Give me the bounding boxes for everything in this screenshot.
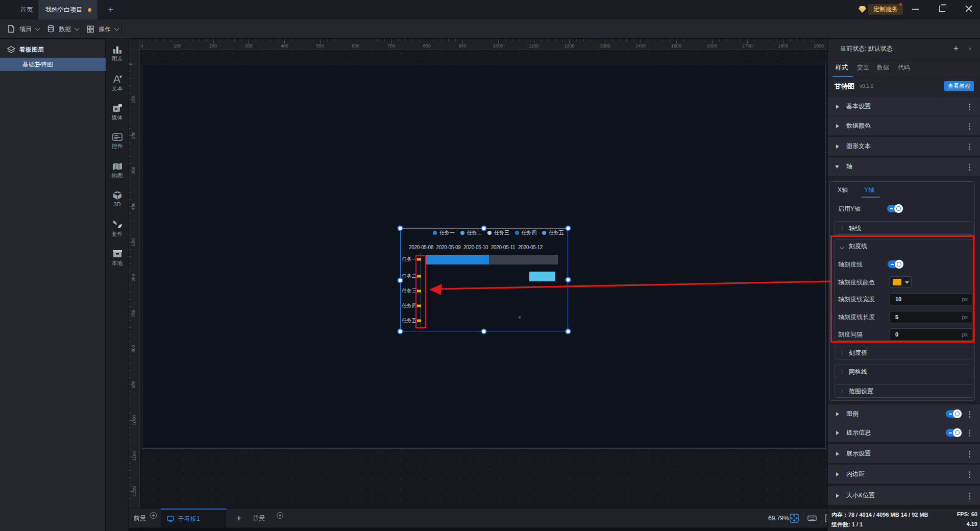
section-display-settings[interactable]: 展示设置 bbox=[828, 444, 980, 463]
fps-value: 60 bbox=[971, 511, 977, 517]
enable-y-axis-label: 启用Y轴 bbox=[838, 205, 861, 213]
toolbar-separator bbox=[121, 22, 121, 36]
fit-screen-icon[interactable] bbox=[790, 514, 799, 523]
chevron-down-icon bbox=[75, 26, 80, 31]
section-tooltip[interactable]: 提示信息 bbox=[828, 423, 980, 442]
foreground-label[interactable]: 前景 bbox=[134, 509, 146, 528]
rail-item-controls[interactable]: 控件 bbox=[106, 133, 129, 150]
component-version: v0.1.0 bbox=[860, 83, 873, 89]
layer-item-gantt[interactable]: 基础甘特图 bbox=[0, 58, 106, 71]
section-size-position[interactable]: 大小&位置 bbox=[828, 486, 980, 505]
tab-current-project[interactable]: 我的空白项目 bbox=[38, 0, 97, 19]
section-axis[interactable]: 轴 bbox=[828, 157, 980, 176]
tab-interaction[interactable]: 交互 bbox=[857, 58, 869, 77]
collapsed-arrow-icon bbox=[836, 124, 839, 128]
custom-service-badge[interactable]: 定制服务 bbox=[868, 4, 903, 15]
kebab-menu-icon[interactable] bbox=[969, 493, 970, 494]
axis-line-box[interactable]: 〉轴线 bbox=[835, 221, 973, 235]
kebab-menu-icon[interactable] bbox=[969, 430, 970, 431]
resize-handle-s[interactable] bbox=[481, 329, 487, 334]
window-maximize-button[interactable] bbox=[934, 0, 951, 17]
tab-style[interactable]: 样式 bbox=[836, 58, 848, 77]
h-ruler-number: 100 bbox=[174, 43, 181, 49]
add-board-button[interactable]: + bbox=[230, 509, 248, 528]
x-axis-tab[interactable]: X轴 bbox=[838, 186, 848, 195]
tab-home[interactable]: 首页 bbox=[11, 0, 42, 19]
sub-board-tab[interactable]: 子看板1 bbox=[161, 509, 226, 528]
rail-item-local[interactable]: 本地 bbox=[106, 249, 129, 267]
resize-handle-nw[interactable] bbox=[398, 226, 403, 231]
h-ruler-number: 1000 bbox=[493, 43, 503, 49]
gantt-bar[interactable] bbox=[426, 255, 489, 264]
section-data-colors[interactable]: 数据颜色 bbox=[828, 116, 980, 135]
section-legend[interactable]: 图例 bbox=[828, 404, 980, 423]
range-settings-box[interactable]: 〉范围设置 bbox=[835, 384, 973, 398]
kebab-menu-icon[interactable] bbox=[969, 123, 970, 125]
gantt-date-label: 2020-05-08 bbox=[409, 245, 433, 250]
grid-line-label: 网格线 bbox=[849, 368, 867, 375]
tick-value-box[interactable]: 〉刻度值 bbox=[835, 346, 973, 359]
menu-project[interactable]: 项目 bbox=[8, 19, 38, 39]
add-background-icon[interactable]: + bbox=[277, 512, 283, 519]
editor-canvas[interactable]: 0100200300400500600700800900100011001200… bbox=[129, 39, 827, 531]
rail-item-media[interactable]: 媒体 bbox=[106, 104, 129, 122]
state-expand-icon[interactable]: › bbox=[969, 39, 971, 58]
section-label: 数据颜色 bbox=[846, 122, 871, 129]
annotation-rect-panel-ticks bbox=[830, 235, 974, 343]
kebab-menu-icon[interactable] bbox=[969, 164, 970, 165]
kit-icon bbox=[112, 220, 122, 229]
legend-dot-icon bbox=[542, 231, 546, 235]
gantt-bar[interactable] bbox=[489, 255, 558, 264]
gantt-task-label: 任务一 bbox=[400, 256, 417, 263]
resize-handle-sw[interactable] bbox=[398, 329, 403, 334]
toolbar-separator bbox=[81, 22, 81, 36]
window-minimize-button[interactable] bbox=[907, 0, 924, 17]
menu-data[interactable]: 数据 bbox=[47, 19, 78, 39]
section-padding[interactable]: 内边距 bbox=[828, 465, 980, 484]
resize-handle-ne[interactable] bbox=[566, 226, 571, 231]
kebab-menu-icon[interactable] bbox=[969, 104, 970, 105]
vertical-ruler: 0100200300400500600700800900100011001200 bbox=[129, 50, 140, 531]
section-label: 基本设置 bbox=[846, 103, 871, 110]
legend-toggle[interactable] bbox=[946, 410, 961, 418]
rail-item-text[interactable]: 文本 bbox=[106, 75, 129, 92]
collapsed-arrow-icon bbox=[836, 105, 839, 109]
section-label: 提示信息 bbox=[846, 429, 871, 436]
section-graph-text[interactable]: 图形文本 bbox=[828, 137, 980, 156]
v-ruler-number: 0 bbox=[128, 62, 133, 65]
rail-item-map[interactable]: 地图 bbox=[106, 162, 129, 180]
tab-code[interactable]: 代码 bbox=[898, 58, 910, 77]
new-tab-button[interactable]: + bbox=[105, 4, 116, 15]
resize-handle-se[interactable] bbox=[566, 329, 571, 334]
keyboard-icon[interactable] bbox=[807, 514, 817, 523]
kebab-menu-icon[interactable] bbox=[969, 451, 970, 452]
tab-data[interactable]: 数据 bbox=[877, 58, 889, 77]
kebab-menu-icon[interactable] bbox=[969, 411, 970, 413]
section-basic-settings[interactable]: 基本设置 bbox=[828, 97, 980, 116]
y-axis-tab[interactable]: Y轴 bbox=[864, 186, 874, 195]
grid-line-box[interactable]: 〉网格线 bbox=[835, 365, 973, 378]
rail-item-charts[interactable]: 图表 bbox=[106, 45, 129, 63]
add-foreground-icon[interactable]: + bbox=[150, 512, 157, 519]
background-label[interactable]: 背景 bbox=[248, 509, 265, 528]
menu-actions[interactable]: 操作 bbox=[87, 19, 117, 39]
menu-data-label: 数据 bbox=[59, 26, 71, 33]
legend-item: 任务五 bbox=[542, 229, 564, 236]
gantt-bar[interactable] bbox=[529, 272, 555, 281]
rail-item-kits[interactable]: 套件 bbox=[106, 220, 129, 238]
h-ruler-number: 1500 bbox=[671, 43, 681, 49]
resize-handle-e[interactable] bbox=[566, 277, 571, 283]
kebab-menu-icon[interactable] bbox=[969, 471, 970, 473]
v-ruler-number: 900 bbox=[131, 381, 136, 389]
h-ruler-number: 800 bbox=[423, 43, 431, 49]
tooltip-toggle[interactable] bbox=[946, 429, 961, 437]
window-close-button[interactable] bbox=[960, 0, 977, 17]
v-ruler-number: 100 bbox=[131, 95, 136, 103]
rail-label: 套件 bbox=[112, 231, 123, 237]
add-state-button[interactable]: + bbox=[953, 39, 959, 58]
view-tutorial-button[interactable]: 查看教程 bbox=[944, 81, 974, 91]
kebab-menu-icon[interactable] bbox=[969, 143, 970, 145]
rail-item-3d[interactable]: 3D bbox=[106, 190, 129, 207]
canvas-zoom-value[interactable]: 69.79% bbox=[768, 509, 789, 528]
enable-y-axis-toggle[interactable] bbox=[887, 205, 902, 212]
